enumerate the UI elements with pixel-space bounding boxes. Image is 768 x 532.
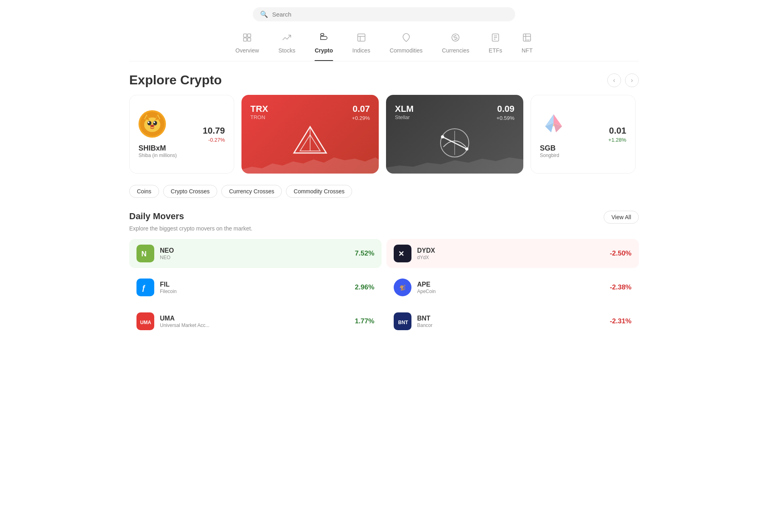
trx-name: TRON	[250, 114, 268, 120]
movers-grid: N NEO NEO 7.52% ✕ DYDX dYdX -2.50% ƒ	[129, 239, 639, 336]
indices-icon	[357, 33, 366, 45]
nav-label-currencies: Currencies	[442, 47, 470, 54]
bnt-info: BNT Bancor	[417, 315, 604, 328]
daily-movers-section: Daily Movers View All Explore the bigges…	[129, 211, 639, 336]
svg-point-25	[147, 121, 151, 126]
nav-item-stocks[interactable]: Stocks	[278, 33, 295, 57]
trx-ticker: TRX	[250, 104, 268, 114]
svg-text:UMA: UMA	[140, 320, 151, 325]
nav-item-overview[interactable]: Overview	[235, 33, 259, 57]
nav-item-etfs[interactable]: ETFs	[489, 33, 502, 57]
svg-point-27	[148, 121, 149, 123]
card-sgb[interactable]: SGB Songbird 0.01 +1.28%	[531, 95, 636, 174]
nav-item-indices[interactable]: Indices	[353, 33, 370, 57]
nav-item-nft[interactable]: NFT NFT	[522, 33, 533, 57]
prev-arrow[interactable]: ‹	[607, 73, 621, 87]
nav-item-commodities[interactable]: Commodities	[390, 33, 423, 57]
ape-ticker: APE	[417, 281, 604, 288]
fil-ticker: FIL	[160, 281, 349, 288]
view-all-button[interactable]: View All	[604, 211, 639, 224]
commodities-icon	[401, 33, 411, 45]
nav-label-indices: Indices	[353, 47, 370, 54]
bnt-name: Bancor	[417, 323, 604, 328]
sgb-price-block: 0.01 +1.28%	[609, 126, 626, 143]
nav-label-nft: NFT	[522, 47, 533, 54]
next-arrow[interactable]: ›	[625, 73, 639, 87]
svg-rect-1	[248, 34, 251, 37]
svg-point-29	[150, 125, 154, 127]
svg-point-28	[153, 121, 155, 123]
nav-label-commodities: Commodities	[390, 47, 423, 54]
svg-text:🐒: 🐒	[399, 284, 406, 291]
card-shib[interactable]: SHIBxM Shiba (in millions) 10.79 -0.27%	[129, 95, 234, 174]
sgb-logo	[540, 110, 567, 138]
svg-rect-0	[243, 34, 247, 37]
fil-pct: 2.96%	[355, 283, 374, 291]
svg-text:✕: ✕	[398, 250, 404, 258]
mover-ape[interactable]: 🐒 APE ApeCoin -2.38%	[386, 273, 639, 302]
search-bar[interactable]: 🔍	[253, 7, 515, 21]
trx-change: +0.29%	[352, 115, 370, 121]
svg-text:ƒ: ƒ	[142, 284, 146, 292]
filter-tabs: Coins Crypto Crosses Currency Crosses Co…	[129, 185, 639, 198]
tab-commodity-crosses[interactable]: Commodity Crosses	[286, 185, 352, 198]
nft-icon: NFT	[522, 33, 532, 45]
shib-ticker: SHIBxM	[138, 144, 166, 153]
mover-uma[interactable]: UMA UMA Universal Market Acc... 1.77%	[129, 307, 382, 336]
dydx-logo: ✕	[394, 245, 411, 262]
carousel-controls: ‹ ›	[607, 73, 639, 87]
dydx-info: DYDX dYdX	[417, 247, 604, 260]
daily-movers-header: Daily Movers View All	[129, 211, 639, 224]
neo-pct: 7.52%	[355, 249, 374, 258]
etfs-icon	[491, 33, 500, 45]
tab-currency-crosses[interactable]: Currency Crosses	[221, 185, 282, 198]
mover-fil[interactable]: ƒ FIL Filecoin 2.96%	[129, 273, 382, 302]
svg-rect-2	[243, 38, 247, 41]
neo-logo: N	[136, 245, 154, 262]
svg-text:N: N	[141, 250, 147, 258]
fil-logo: ƒ	[136, 279, 154, 296]
overview-icon	[242, 33, 252, 45]
nav-label-stocks: Stocks	[278, 47, 295, 54]
uma-info: UMA Universal Market Acc...	[160, 315, 349, 328]
uma-logo: UMA	[136, 312, 154, 330]
sgb-ticker: SGB	[540, 144, 556, 153]
trx-price: 0.07	[352, 104, 370, 114]
mover-bnt[interactable]: BNT BNT Bancor -2.31%	[386, 307, 639, 336]
crypto-icon	[319, 33, 329, 45]
svg-point-36	[465, 147, 468, 151]
nav-label-crypto: Crypto	[315, 47, 333, 54]
ape-info: APE ApeCoin	[417, 281, 604, 294]
nav-label-etfs: ETFs	[489, 47, 502, 54]
nav-item-currencies[interactable]: Currencies	[442, 33, 470, 57]
stocks-icon	[282, 33, 292, 45]
ape-name: ApeCoin	[417, 289, 604, 294]
xlm-ticker: XLM	[395, 104, 413, 114]
shib-change: -0.27%	[203, 137, 225, 143]
uma-ticker: UMA	[160, 315, 349, 322]
svg-text:NFT: NFT	[527, 39, 531, 41]
sgb-name: Songbird	[540, 153, 559, 158]
card-trx[interactable]: TRX TRON 0.07 +0.29%	[241, 95, 379, 174]
card-xlm[interactable]: XLM Stellar 0.09 +0.59%	[386, 95, 523, 174]
crypto-cards: SHIBxM Shiba (in millions) 10.79 -0.27% …	[129, 95, 639, 174]
ape-logo: 🐒	[394, 279, 411, 296]
fil-info: FIL Filecoin	[160, 281, 349, 294]
dydx-name: dYdX	[417, 255, 604, 260]
uma-pct: 1.77%	[355, 317, 374, 325]
xlm-name: Stellar	[395, 114, 413, 120]
fil-name: Filecoin	[160, 289, 349, 294]
mover-neo[interactable]: N NEO NEO 7.52%	[129, 239, 382, 268]
search-input[interactable]	[272, 11, 508, 18]
tab-crypto-crosses[interactable]: Crypto Crosses	[163, 185, 217, 198]
currencies-icon	[451, 33, 460, 45]
uma-name: Universal Market Acc...	[160, 323, 349, 328]
tab-coins[interactable]: Coins	[129, 185, 159, 198]
svg-rect-3	[248, 38, 251, 41]
svg-text:BNT: BNT	[398, 320, 408, 325]
nav-item-crypto[interactable]: Crypto	[315, 33, 333, 57]
xlm-price: 0.09	[497, 104, 514, 114]
shib-price: 10.79	[203, 126, 225, 136]
xlm-logo	[439, 127, 471, 159]
mover-dydx[interactable]: ✕ DYDX dYdX -2.50%	[386, 239, 639, 268]
